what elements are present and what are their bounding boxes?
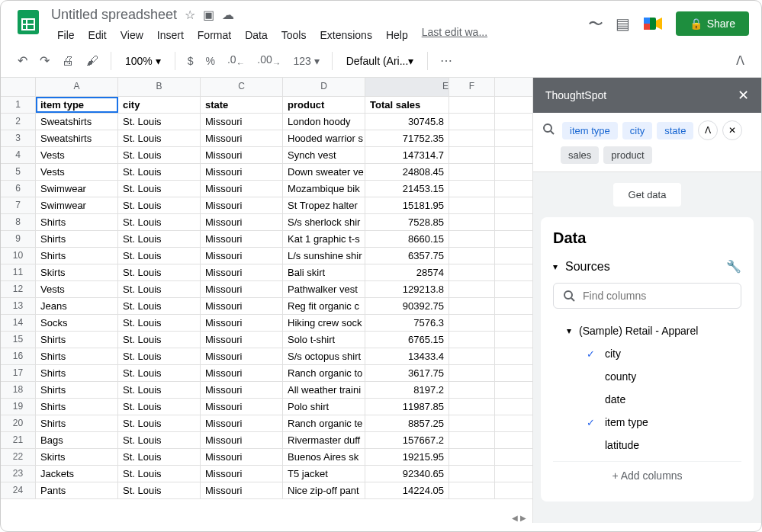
cell[interactable]: 6357.75 (365, 248, 449, 264)
cell[interactable]: Swimwear (36, 197, 118, 213)
history-icon[interactable]: 〜 (588, 14, 603, 34)
col-header-e[interactable]: E (365, 78, 449, 96)
clear-icon[interactable]: ✕ (722, 120, 742, 140)
cell[interactable]: Jeans (36, 298, 118, 314)
cell[interactable]: Vests (36, 147, 118, 163)
select-all-corner[interactable] (1, 78, 36, 96)
cell[interactable]: Down sweater ve (283, 164, 365, 180)
cell[interactable]: Jackets (36, 466, 118, 482)
decrease-decimal-button[interactable]: .0← (223, 50, 249, 71)
cell[interactable]: 147314.7 (365, 147, 449, 163)
cell[interactable]: city (118, 97, 201, 113)
cell[interactable]: Missouri (201, 415, 283, 431)
menu-help[interactable]: Help (380, 26, 414, 44)
col-header-c[interactable]: C (201, 78, 283, 96)
cell[interactable]: Missouri (201, 466, 283, 482)
sources-toggle[interactable]: ▾ Sources (553, 260, 610, 274)
cell[interactable]: Missouri (201, 281, 283, 297)
row-header[interactable]: 16 (1, 348, 36, 364)
cell[interactable] (449, 399, 495, 415)
cell[interactable]: Shirts (36, 399, 118, 415)
cell[interactable] (449, 264, 495, 280)
cell[interactable]: Missouri (201, 248, 283, 264)
cell[interactable]: St. Louis (118, 164, 201, 180)
cell[interactable]: Shirts (36, 365, 118, 381)
menu-extensions[interactable]: Extensions (313, 26, 378, 44)
row-header[interactable]: 23 (1, 466, 36, 482)
cell[interactable]: S/s sherlock shir (283, 214, 365, 230)
percent-button[interactable]: % (201, 52, 220, 70)
cell[interactable]: 7576.3 (365, 315, 449, 331)
row-header[interactable]: 18 (1, 382, 36, 398)
cell[interactable]: Missouri (201, 130, 283, 146)
menu-insert[interactable]: Insert (151, 26, 190, 44)
cell[interactable]: Missouri (201, 399, 283, 415)
cell[interactable]: Missouri (201, 264, 283, 280)
cell[interactable] (449, 214, 495, 230)
star-icon[interactable]: ☆ (185, 8, 195, 22)
cell[interactable]: St. Louis (118, 466, 201, 482)
cell[interactable]: St. Louis (118, 332, 201, 348)
cell[interactable]: Pathwalker vest (283, 281, 365, 297)
cell[interactable]: 13433.4 (365, 348, 449, 364)
cell[interactable]: St. Louis (118, 415, 201, 431)
zoom-dropdown[interactable]: 100% ▾ (119, 52, 167, 70)
cell[interactable]: 129213.8 (365, 281, 449, 297)
row-header[interactable]: 1 (1, 97, 36, 113)
cell[interactable]: S/s octopus shirt (283, 348, 365, 364)
cell[interactable]: product (283, 97, 365, 113)
cell[interactable]: Missouri (201, 147, 283, 163)
menu-file[interactable]: File (51, 26, 81, 44)
cell[interactable]: Mozambique bik (283, 181, 365, 197)
cell[interactable]: 8857.25 (365, 415, 449, 431)
cell[interactable]: Bali skirt (283, 264, 365, 280)
cell[interactable]: Shirts (36, 214, 118, 230)
chip-city[interactable]: city (622, 122, 653, 139)
cell[interactable]: 3617.75 (365, 365, 449, 381)
numfmt-dropdown[interactable]: 123 ▾ (288, 52, 323, 70)
row-header[interactable]: 8 (1, 214, 36, 230)
cell[interactable]: 90392.75 (365, 298, 449, 314)
cell[interactable]: 157667.2 (365, 432, 449, 448)
cell[interactable]: St. Louis (118, 315, 201, 331)
row-header[interactable]: 3 (1, 130, 36, 146)
dataset-row[interactable]: ▾ (Sample) Retail - Apparel (553, 319, 741, 342)
doc-title[interactable]: Untitled spreadsheet (51, 7, 177, 23)
cell[interactable]: 24808.45 (365, 164, 449, 180)
cell[interactable]: Bags (36, 432, 118, 448)
col-header-f[interactable]: F (449, 78, 495, 96)
cell[interactable]: state (201, 97, 283, 113)
cell[interactable]: Missouri (201, 365, 283, 381)
move-icon[interactable]: ▣ (203, 8, 214, 22)
cell[interactable]: Shirts (36, 332, 118, 348)
undo-icon[interactable]: ↶ (13, 49, 32, 72)
col-header-a[interactable]: A (36, 78, 118, 96)
cell[interactable]: T5 jacket (283, 466, 365, 482)
more-tools-icon[interactable]: ⋯ (436, 49, 457, 72)
cell[interactable] (449, 332, 495, 348)
cell[interactable]: St. Louis (118, 114, 201, 130)
cell[interactable]: Shirts (36, 348, 118, 364)
cell[interactable]: 6765.15 (365, 332, 449, 348)
chip-sales[interactable]: sales (561, 146, 599, 164)
cell[interactable] (449, 449, 495, 465)
cell[interactable]: Total sales (365, 97, 449, 113)
cell[interactable]: 30745.8 (365, 114, 449, 130)
row-header[interactable]: 10 (1, 248, 36, 264)
chip-item-type[interactable]: item type (562, 122, 618, 139)
row-header[interactable]: 6 (1, 181, 36, 197)
cell[interactable]: St. Louis (118, 298, 201, 314)
cell[interactable] (449, 147, 495, 163)
cell[interactable] (449, 466, 495, 482)
share-button[interactable]: 🔒 Share (676, 11, 749, 36)
add-columns-button[interactable]: + Add columns (553, 461, 741, 489)
cell[interactable]: St. Louis (118, 348, 201, 364)
column-item[interactable]: date (553, 388, 741, 411)
get-data-button[interactable]: Get data (613, 183, 682, 207)
cell[interactable]: Missouri (201, 181, 283, 197)
close-icon[interactable]: ✕ (738, 87, 749, 104)
cell[interactable]: Shirts (36, 415, 118, 431)
cell[interactable] (449, 365, 495, 381)
currency-button[interactable]: $ (183, 52, 198, 70)
cell[interactable]: L/s sunshine shir (283, 248, 365, 264)
